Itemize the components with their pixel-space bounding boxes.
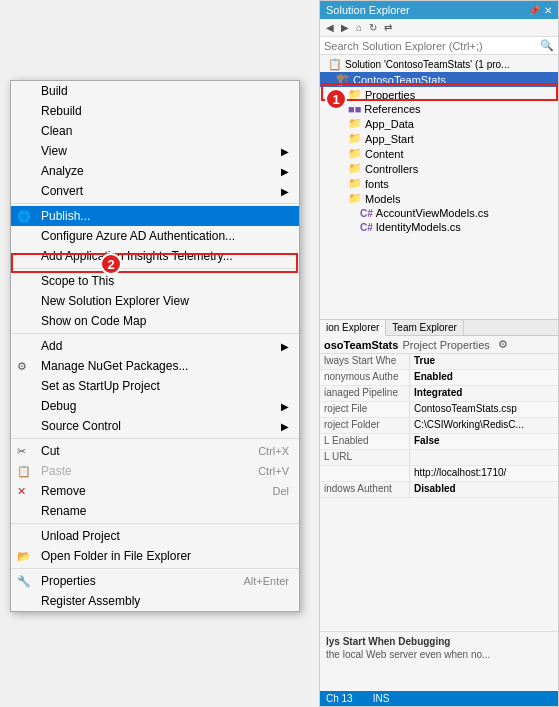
controllers-label: Controllers (365, 163, 418, 175)
cm-convert[interactable]: Convert ▶ (11, 181, 299, 201)
cm-remove[interactable]: ✕ Remove Del (11, 481, 299, 501)
tab-solution-explorer[interactable]: ion Explorer (320, 320, 386, 336)
gear-icon[interactable]: ⚙ (498, 338, 508, 351)
cm-set-startup[interactable]: Set as StartUp Project (11, 376, 299, 396)
paste-label: Paste (41, 464, 72, 478)
rename-label: Rename (41, 504, 86, 518)
build-label: Build (41, 84, 68, 98)
home-btn[interactable]: ⌂ (354, 21, 364, 34)
properties-panel: ion Explorer Team Explorer osoTeamStats … (319, 320, 559, 707)
tree-project-item[interactable]: 🏗️ ContosoTeamStats (320, 72, 558, 87)
open-folder-label: Open Folder in File Explorer (41, 549, 191, 563)
cm-add-insights[interactable]: Add Application Insights Telemetry... (11, 246, 299, 266)
cm-configure-azure[interactable]: Configure Azure AD Authentication... (11, 226, 299, 246)
cm-build[interactable]: Build (11, 81, 299, 101)
app-data-label: App_Data (365, 118, 414, 130)
properties-label: Properties (41, 574, 96, 588)
cs-icon: C# (360, 222, 373, 233)
tree-app-start[interactable]: 📁 App_Start (320, 131, 558, 146)
tree-content[interactable]: 📁 Content (320, 146, 558, 161)
cm-unload-project[interactable]: Unload Project (11, 526, 299, 546)
cut-label: Cut (41, 444, 60, 458)
close-icon[interactable]: ✕ (544, 5, 552, 16)
cm-rename[interactable]: Rename (11, 501, 299, 521)
forward-btn[interactable]: ▶ (339, 21, 351, 34)
prop-description: lys Start When Debugging the local Web s… (320, 631, 558, 691)
tree-properties[interactable]: 📁 Properties (320, 87, 558, 102)
cm-register-assembly[interactable]: Register Assembly (11, 591, 299, 611)
cm-cut[interactable]: ✂ Cut Ctrl+X (11, 441, 299, 461)
debug-label: Debug (41, 399, 76, 413)
cm-open-folder[interactable]: 📂 Open Folder in File Explorer (11, 546, 299, 566)
prop-link[interactable]: Project Properties (402, 339, 489, 351)
cm-clean[interactable]: Clean (11, 121, 299, 141)
cm-rebuild[interactable]: Rebuild (11, 101, 299, 121)
status-mode: INS (373, 693, 390, 704)
convert-arrow: ▶ (281, 186, 289, 197)
cm-new-explorer-view[interactable]: New Solution Explorer View (11, 291, 299, 311)
source-control-label: Source Control (41, 419, 121, 433)
properties-icon: 🔧 (17, 575, 31, 588)
folder-icon: 📁 (348, 147, 362, 160)
tree-models[interactable]: 📁 Models (320, 191, 558, 206)
back-btn[interactable]: ◀ (324, 21, 336, 34)
cm-separator-1 (11, 203, 299, 204)
refresh-btn[interactable]: ↻ (367, 21, 379, 34)
cm-publish[interactable]: 🌐 Publish... (11, 206, 299, 226)
prop-key: indows Authent (320, 482, 410, 497)
solution-explorer-panel: Solution Explorer 📌 ✕ ◀ ▶ ⌂ ↻ ⇄ 🔍 📋 Solu… (319, 0, 559, 320)
prop-row: lways Start Whe True (320, 354, 558, 370)
references-icon: ■■ (348, 103, 361, 115)
prop-key: roject Folder (320, 418, 410, 433)
add-arrow: ▶ (281, 341, 289, 352)
prop-val: Integrated (410, 386, 558, 401)
tree-account-viewmodels[interactable]: C# AccountViewModels.cs (320, 206, 558, 220)
publish-label: Publish... (41, 209, 90, 223)
tree-fonts[interactable]: 📁 fonts (320, 176, 558, 191)
prop-desc-title: lys Start When Debugging (326, 636, 552, 647)
cm-source-control[interactable]: Source Control ▶ (11, 416, 299, 436)
prop-row: L Enabled False (320, 434, 558, 450)
remove-label: Remove (41, 484, 86, 498)
cm-manage-nuget[interactable]: ⚙ Manage NuGet Packages... (11, 356, 299, 376)
cm-paste[interactable]: 📋 Paste Ctrl+V (11, 461, 299, 481)
se-search-bar[interactable]: 🔍 (320, 37, 558, 55)
add-label: Add (41, 339, 62, 353)
prop-project-name: osoTeamStats (324, 339, 398, 351)
sync-btn[interactable]: ⇄ (382, 21, 394, 34)
tree-app-data[interactable]: 📁 App_Data (320, 116, 558, 131)
cm-scope-to-this[interactable]: Scope to This (11, 271, 299, 291)
cm-show-code-map[interactable]: Show on Code Map (11, 311, 299, 331)
folder-icon: 📁 (348, 88, 362, 101)
source-control-arrow: ▶ (281, 421, 289, 432)
solution-icon: 📋 (328, 58, 342, 71)
cm-debug[interactable]: Debug ▶ (11, 396, 299, 416)
tree-identity-models[interactable]: C# IdentityModels.cs (320, 220, 558, 234)
tree-controllers[interactable]: 📁 Controllers (320, 161, 558, 176)
prop-row: nonymous Authe Enabled (320, 370, 558, 386)
cm-analyze[interactable]: Analyze ▶ (11, 161, 299, 181)
cm-properties[interactable]: 🔧 Properties Alt+Enter (11, 571, 299, 591)
status-col: Ch 13 (326, 693, 353, 704)
pin-icon[interactable]: 📌 (528, 5, 540, 16)
prop-val: ContosoTeamStats.csp (410, 402, 558, 417)
prop-val: C:\CSIWorking\RedisC... (410, 418, 558, 433)
tree-solution-root[interactable]: 📋 Solution 'ContosoTeamStats' (1 pro... (320, 57, 558, 72)
tab-team-explorer[interactable]: Team Explorer (386, 320, 463, 335)
debug-arrow: ▶ (281, 401, 289, 412)
models-label: Models (365, 193, 400, 205)
solution-explorer-titlebar: Solution Explorer 📌 ✕ (320, 1, 558, 19)
tree-references[interactable]: ■■ References (320, 102, 558, 116)
prop-val: Enabled (410, 370, 558, 385)
prop-key: L URL (320, 450, 410, 465)
cm-view[interactable]: View ▶ (11, 141, 299, 161)
clean-label: Clean (41, 124, 72, 138)
folder-icon: 📁 (348, 132, 362, 145)
rebuild-label: Rebuild (41, 104, 82, 118)
folder-icon: 📁 (348, 117, 362, 130)
project-icon: 🏗️ (336, 73, 350, 86)
cm-add[interactable]: Add ▶ (11, 336, 299, 356)
search-input[interactable] (324, 40, 540, 52)
folder-icon: 📂 (17, 550, 31, 563)
cm-separator-6 (11, 568, 299, 569)
